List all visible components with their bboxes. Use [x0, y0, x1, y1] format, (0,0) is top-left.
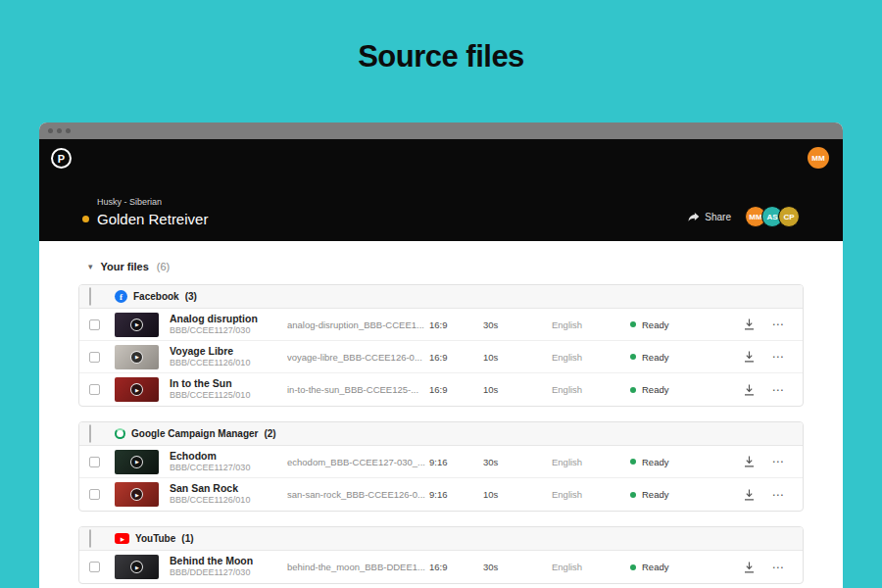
group-name: Facebook [133, 291, 179, 302]
facebook-icon [115, 290, 127, 303]
group-count: (3) [185, 291, 197, 302]
download-button[interactable] [734, 318, 763, 330]
window-dot-icon [66, 128, 71, 133]
status-label: Ready [642, 457, 668, 467]
group-checkbox[interactable] [89, 287, 91, 306]
app-logo[interactable]: P [51, 148, 72, 169]
more-options-button[interactable]: ⋯ [763, 350, 793, 364]
page-title: Source files [0, 0, 882, 74]
duration: 10s [483, 489, 552, 500]
row-checkbox[interactable] [89, 562, 100, 572]
download-icon [744, 318, 755, 330]
file-title: Analog disruption [170, 313, 287, 325]
file-group: Facebook (3) ▶ Analog disruption BBB/CCE… [78, 284, 804, 407]
files-content: ▾ Your files (6) Facebook (3) ▶ Analog d… [39, 241, 843, 584]
download-icon [744, 562, 755, 573]
download-icon [744, 351, 755, 363]
more-options-button[interactable]: ⋯ [763, 455, 793, 468]
caret-down-icon: ▾ [88, 262, 93, 271]
group-checkbox[interactable] [89, 424, 91, 443]
file-code: BBB/CCEE1126/010 [170, 358, 287, 368]
video-thumbnail[interactable]: ▶ [115, 313, 159, 337]
status-badge: Ready [630, 562, 734, 572]
window-dot-icon [48, 128, 53, 133]
file-title-block: Echodom BBB/CCEE1127/030 [170, 450, 287, 473]
language: English [552, 384, 630, 395]
download-button[interactable] [734, 351, 763, 363]
file-title-block: Behind the Moon BBB/DDEE1127/030 [170, 555, 287, 578]
file-row[interactable]: ▶ Analog disruption BBB/CCEE1127/030 ana… [79, 309, 803, 341]
status-label: Ready [642, 319, 668, 330]
file-row[interactable]: ▶ San San Rock BBB/CCEE1126/010 san-san-… [79, 478, 803, 511]
user-avatar-top[interactable]: MM [808, 147, 829, 169]
status-label: Ready [642, 352, 668, 363]
download-button[interactable] [734, 384, 763, 396]
group-header: Google Campaign Manager (2) [79, 422, 803, 446]
language: English [552, 489, 630, 500]
status-dot-icon [630, 564, 636, 570]
group-rows: ▶ Echodom BBB/CCEE1127/030 echodom_BBB-C… [79, 446, 803, 511]
duration: 10s [483, 384, 552, 395]
share-button[interactable]: Share [688, 212, 731, 222]
app-header: P MM Husky - Siberian Golden Retreiver S… [39, 139, 843, 241]
play-icon: ▶ [130, 561, 143, 573]
row-checkbox[interactable] [89, 384, 100, 395]
status-dot-icon [630, 354, 636, 360]
play-icon: ▶ [130, 488, 143, 501]
file-title-block: Analog disruption BBB/CCEE1127/030 [170, 313, 287, 336]
status-dot-icon [630, 459, 636, 465]
duration: 30s [483, 562, 552, 572]
video-thumbnail[interactable]: ▶ [115, 482, 159, 507]
row-checkbox[interactable] [89, 457, 100, 467]
file-title-block: Voyage Libre BBB/CCEE1126/010 [170, 345, 287, 368]
project-breadcrumb: Husky - Siberian [97, 197, 208, 207]
browser-window: P MM Husky - Siberian Golden Retreiver S… [39, 122, 843, 588]
status-badge: Ready [630, 319, 734, 330]
file-name: san-san-rock_BBB-CCEE126-0... [287, 489, 429, 500]
status-badge: Ready [630, 457, 734, 467]
status-dot-icon [630, 492, 636, 498]
project-title: Golden Retreiver [97, 211, 208, 227]
video-thumbnail[interactable]: ▶ [115, 345, 159, 369]
video-thumbnail[interactable]: ▶ [115, 450, 159, 474]
share-icon [688, 212, 700, 222]
window-titlebar [39, 122, 843, 139]
row-checkbox[interactable] [89, 489, 100, 500]
group-checkbox[interactable] [89, 529, 91, 548]
row-checkbox[interactable] [89, 319, 100, 330]
your-files-toggle[interactable]: ▾ Your files (6) [88, 261, 804, 272]
row-checkbox[interactable] [89, 352, 100, 363]
file-name: analog-disruption_BBB-CCEE1... [287, 319, 429, 330]
language: English [552, 562, 630, 572]
download-button[interactable] [734, 489, 763, 501]
group-rows: ▶ Behind the Moon BBB/DDEE1127/030 behin… [79, 551, 803, 583]
more-options-button[interactable]: ⋯ [763, 488, 793, 502]
file-code: BBB/DDEE1127/030 [170, 567, 287, 578]
download-button[interactable] [734, 562, 763, 573]
file-title-block: In to the Sun BBB/CCEE1125/010 [170, 377, 287, 401]
language: English [552, 319, 630, 330]
more-options-button[interactable]: ⋯ [763, 561, 793, 574]
download-icon [744, 456, 755, 467]
file-title: Echodom [170, 450, 287, 463]
file-row[interactable]: ▶ Voyage Libre BBB/CCEE1126/010 voyage-l… [79, 341, 803, 373]
more-options-button[interactable]: ⋯ [763, 383, 793, 397]
status-badge: Ready [630, 352, 734, 363]
file-code: BBB/CCEE1127/030 [170, 463, 287, 473]
video-thumbnail[interactable]: ▶ [115, 555, 159, 579]
your-files-count: (6) [157, 261, 170, 272]
collaborator-avatar[interactable]: CP [778, 206, 800, 227]
file-row[interactable]: ▶ Echodom BBB/CCEE1127/030 echodom_BBB-C… [79, 446, 803, 478]
file-row[interactable]: ▶ Behind the Moon BBB/DDEE1127/030 behin… [79, 551, 803, 583]
file-row[interactable]: ▶ In to the Sun BBB/CCEE1125/010 in-to-t… [79, 373, 803, 406]
download-icon [744, 384, 755, 396]
aspect-ratio: 9:16 [429, 489, 483, 500]
more-options-button[interactable]: ⋯ [763, 318, 793, 331]
video-thumbnail[interactable]: ▶ [115, 377, 159, 402]
download-button[interactable] [734, 456, 763, 467]
aspect-ratio: 16:9 [429, 384, 483, 395]
file-groups: Facebook (3) ▶ Analog disruption BBB/CCE… [78, 284, 804, 584]
group-header: YouTube (1) [79, 527, 803, 551]
collaborator-avatars: MM AS CP [745, 206, 800, 227]
your-files-label: Your files [101, 261, 149, 272]
